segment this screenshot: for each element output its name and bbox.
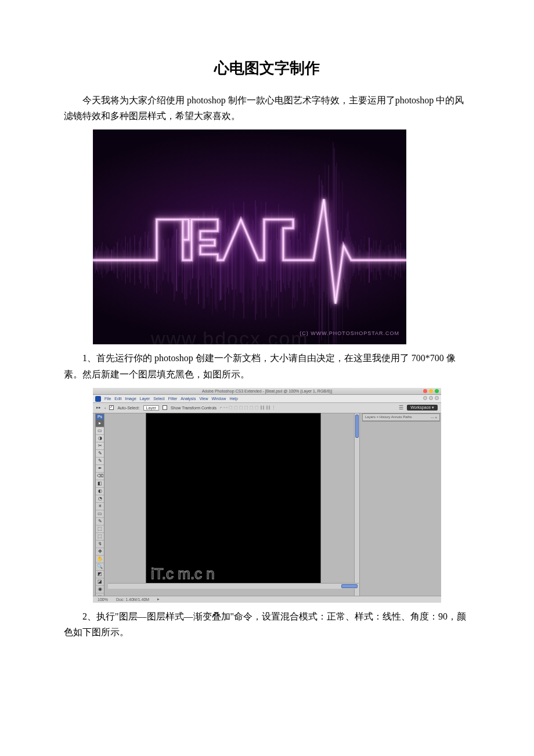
tool-button[interactable]: ✒ <box>96 465 104 473</box>
ps-document-canvas[interactable]: iT.c m.c n <box>146 413 320 588</box>
ps-side-panels[interactable]: Layers × History Annots Paths ⋯ × <box>362 413 440 422</box>
step-2-paragraph: 2、执行"图层—图层样式—渐变叠加"命令，设置混合模式：正常、样式：线性、角度：… <box>64 609 470 640</box>
dot-icon[interactable] <box>429 396 433 400</box>
ps-tools-panel[interactable]: Ps ▸▭◑✂✎✎✒⌫◧◐◔✳▭✎⬚⬚↯✥✋🔍◩◪◉□ <box>95 413 104 602</box>
tool-button[interactable]: ◉ <box>96 586 104 593</box>
menu-layer[interactable]: Layer <box>140 397 150 401</box>
canvas-watermark-logo: iT.c m.c n <box>151 565 215 583</box>
tool-button[interactable]: ✎ <box>96 518 104 525</box>
workspace-dropdown[interactable]: Workspace ▾ <box>407 405 438 411</box>
menu-filter[interactable]: Filter <box>168 397 178 401</box>
beat-effect-figure: (C) WWW.PHOTOSHOPSTAR.COM www.bdocx.com <box>93 129 406 344</box>
tool-button[interactable]: ⬚ <box>96 525 104 533</box>
page-title: 心电图文字制作 <box>64 58 470 78</box>
tool-button[interactable]: ✂ <box>96 442 104 450</box>
tool-button[interactable]: ✳ <box>96 503 104 510</box>
layers-panel[interactable]: Layers × History Annots Paths ⋯ × <box>362 413 440 422</box>
intro-paragraph: 今天我将为大家介绍使用 photoshop 制作一款心电图艺术字特效，主要运用了… <box>64 92 470 124</box>
tool-button[interactable]: ◔ <box>96 495 104 503</box>
move-tool-icon: ▸▸ <box>96 405 101 410</box>
doc-window-controls[interactable] <box>423 396 439 400</box>
beat-glow-svg <box>93 129 406 344</box>
show-transform-label: Show Transform Controls <box>171 406 217 410</box>
scrollbar-thumb[interactable] <box>355 415 359 438</box>
ps-logo-icon <box>95 396 101 402</box>
window-controls[interactable] <box>423 389 439 393</box>
tool-button[interactable]: ✎ <box>96 450 104 458</box>
tool-button[interactable]: ✎ <box>96 458 104 465</box>
zoom-icon[interactable] <box>435 389 439 393</box>
tool-button[interactable]: 🔍 <box>96 563 104 571</box>
status-doc-size: Doc: 1.40M/1.40M <box>116 597 149 602</box>
menu-window[interactable]: Window <box>211 397 226 401</box>
tool-button[interactable]: ▭ <box>96 510 104 518</box>
tool-button[interactable]: ◧ <box>96 480 104 488</box>
ps-tools-header: Ps <box>96 414 104 420</box>
tool-button[interactable]: ↯ <box>96 541 104 548</box>
ps-canvas-area[interactable]: iT.c m.c n <box>108 413 359 596</box>
tool-button[interactable]: ⬚ <box>96 533 104 541</box>
menu-image[interactable]: Image <box>125 397 136 401</box>
tool-button[interactable]: ✥ <box>96 548 104 556</box>
tool-button[interactable]: ◐ <box>96 488 104 495</box>
status-arrow-icon[interactable]: ▸ <box>157 597 160 602</box>
tool-button[interactable]: ▭ <box>96 427 104 435</box>
horizontal-scrollbar[interactable] <box>108 583 359 589</box>
auto-select-dropdown[interactable]: Layer <box>143 405 160 411</box>
figure-copyright: (C) WWW.PHOTOSHOPSTAR.COM <box>300 330 399 336</box>
menu-help[interactable]: Help <box>229 397 237 401</box>
tool-button[interactable]: ✋ <box>96 556 104 563</box>
ps-titlebar: Adobe Photoshop CS3 Extended - [Beat.psd… <box>93 388 441 395</box>
menu-view[interactable]: View <box>199 397 208 401</box>
auto-select-label: Auto-Select: <box>117 406 139 410</box>
panel-tabs[interactable]: Layers × History Annots Paths <box>365 415 412 419</box>
status-zoom[interactable]: 100% <box>98 597 108 602</box>
menu-select[interactable]: Select <box>153 397 164 401</box>
dot-icon[interactable] <box>435 396 439 400</box>
vertical-scrollbar[interactable] <box>354 413 360 596</box>
dot-icon[interactable] <box>423 396 427 400</box>
tool-button[interactable]: ⌫ <box>96 473 104 480</box>
menu-edit[interactable]: Edit <box>114 397 121 401</box>
tool-button[interactable]: ◩ <box>96 571 104 578</box>
ps-status-bar: 100% Doc: 1.40M/1.40M ▸ <box>93 596 441 603</box>
minimize-icon[interactable] <box>429 389 433 393</box>
step-1-paragraph: 1、首先运行你的 photoshop 创建一个新文档，大小请自由决定，在这里我使… <box>64 350 470 381</box>
menu-analysis[interactable]: Analysis <box>181 397 196 401</box>
tool-button[interactable]: ▸ <box>96 420 104 427</box>
tool-button[interactable]: ◑ <box>96 435 104 442</box>
align-distribute-icons[interactable]: ⌐ ▫ ▫ ⬚ ⬚ ⬚ ⬚ ⬚ ⬚ ∥∥ ∥∥ ⋮ <box>220 405 275 410</box>
photoshop-ui-figure: Adobe Photoshop CS3 Extended - [Beat.psd… <box>93 388 441 603</box>
screen-mode-icon[interactable]: ☰ <box>399 405 403 411</box>
figure-watermark: www.bdocx.com <box>151 327 309 344</box>
ps-menubar[interactable]: File Edit Image Layer Select Filter Anal… <box>93 395 441 403</box>
menu-file[interactable]: File <box>104 397 111 401</box>
scrollbar-thumb[interactable] <box>341 584 358 588</box>
close-icon[interactable] <box>423 389 427 393</box>
ps-window-title: Adobe Photoshop CS3 Extended - [Beat.psd… <box>202 389 332 393</box>
ps-options-bar[interactable]: ▸▸ • Auto-Select: Layer Show Transform C… <box>93 403 441 413</box>
tool-button[interactable]: ◪ <box>96 578 104 586</box>
panel-menu-icon[interactable]: ⋯ × <box>431 415 437 419</box>
auto-select-checkbox[interactable] <box>109 405 114 410</box>
show-transform-checkbox[interactable] <box>163 405 167 410</box>
